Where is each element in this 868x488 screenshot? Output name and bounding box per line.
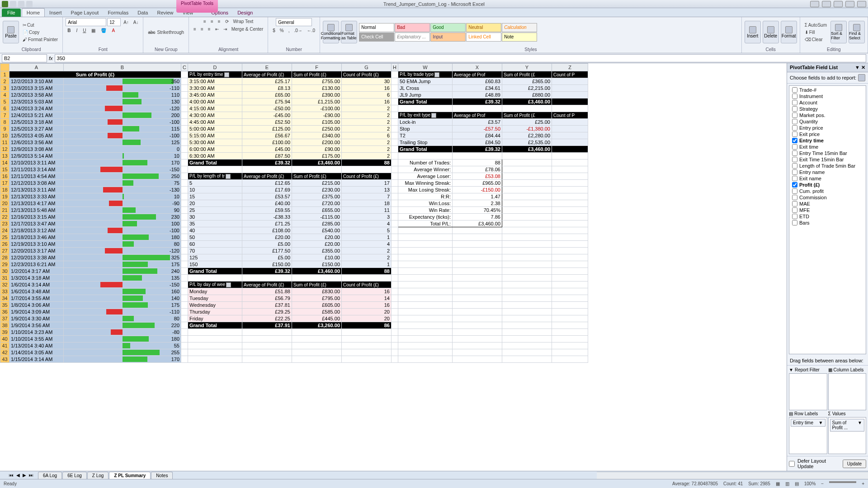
profit-bar-cell[interactable]: -80 <box>64 329 181 336</box>
date-cell[interactable]: 12/20/2013 3:17 AM <box>9 248 64 254</box>
style-normal[interactable]: Normal <box>359 23 394 32</box>
table-cell[interactable]: £22.25 <box>242 315 292 322</box>
currency-button[interactable]: $ <box>271 27 277 34</box>
table-cell[interactable]: £175.00 <box>292 153 342 160</box>
table-cell[interactable]: T2 <box>398 132 453 139</box>
zoom-out-button[interactable]: − <box>821 481 824 486</box>
increase-decimal-button[interactable]: .0→ <box>292 27 304 34</box>
table-cell[interactable]: 6:00:00 AM <box>188 146 242 153</box>
pivot-col-header[interactable]: Average of Prof <box>453 112 502 119</box>
date-cell[interactable]: 12/2/2013 3:10 AM <box>9 78 64 85</box>
pivot-entry-time-header[interactable]: P/L by entry time <box>188 71 242 78</box>
field-checkbox[interactable] <box>792 150 797 156</box>
row-header-18[interactable]: 18 <box>0 187 9 193</box>
field-list-close-icon[interactable]: ▼ ✕ <box>855 65 865 70</box>
row-header-11[interactable]: 11 <box>0 139 9 146</box>
percent-button[interactable]: % <box>278 27 286 34</box>
table-cell[interactable]: 6 <box>342 92 392 99</box>
row-header-39[interactable]: 39 <box>0 329 9 336</box>
pivot-col-header[interactable]: Average of Profit (£) <box>242 173 292 180</box>
date-cell[interactable]: 12/23/2013 6:21 AM <box>9 261 64 268</box>
row-header-10[interactable]: 10 <box>0 132 9 139</box>
row-header-22[interactable]: 22 <box>0 214 9 221</box>
row-header-23[interactable]: 23 <box>0 221 9 227</box>
table-cell[interactable]: 16 <box>342 99 392 105</box>
clear-button[interactable]: ⌫ Clear <box>803 36 829 43</box>
table-cell[interactable]: £84.44 <box>453 132 502 139</box>
conditional-formatting-button[interactable]: Conditional Formatting <box>323 21 339 43</box>
field-checkbox[interactable] <box>792 144 797 150</box>
style-neutral[interactable]: Neutral <box>466 23 501 32</box>
table-cell[interactable]: £20.00 <box>292 234 342 241</box>
col-header-B[interactable]: B <box>64 64 181 71</box>
paste-button[interactable]: Paste <box>3 21 19 43</box>
field-checkbox[interactable] <box>792 220 797 225</box>
sheet-tab-6e-log[interactable]: 6E Log <box>62 472 87 479</box>
field-etd[interactable]: ETD <box>792 213 863 220</box>
pivot-col-header[interactable]: Count of P <box>552 112 588 119</box>
date-cell[interactable]: 1/2/2014 3:17 AM <box>9 268 64 275</box>
row-header-25[interactable]: 25 <box>0 234 9 241</box>
table-cell[interactable]: Stop <box>398 126 453 132</box>
row-header-37[interactable]: 37 <box>0 315 9 322</box>
maximize-button[interactable] <box>845 1 854 7</box>
decrease-indent-button[interactable]: ⇤ <box>213 26 221 33</box>
orientation-button[interactable]: ⟳ <box>223 18 231 25</box>
update-button[interactable]: Update <box>843 460 866 468</box>
date-cell[interactable]: 12/12/2013 3:08 AM <box>9 180 64 187</box>
table-cell[interactable]: £720.00 <box>292 200 342 207</box>
table-cell[interactable]: Wednesday <box>188 302 242 309</box>
profit-bar-cell[interactable]: -120 <box>64 105 181 112</box>
table-cell[interactable] <box>552 139 588 146</box>
fill-button[interactable]: ⬇ Fill <box>803 29 829 36</box>
table-cell[interactable]: £53.57 <box>242 193 292 200</box>
row-header-13[interactable]: 13 <box>0 153 9 160</box>
field-trade--[interactable]: Trade-# <box>792 87 863 93</box>
fx-icon[interactable]: fx <box>49 56 53 61</box>
tab-nav-first[interactable]: ⏮ <box>9 473 14 478</box>
pivot-col-header[interactable]: Sum of Profit (£) <box>292 282 342 288</box>
table-cell[interactable]: £71.25 <box>242 221 292 227</box>
profit-bar-cell[interactable]: 220 <box>64 322 181 329</box>
row-header-14[interactable]: 14 <box>0 160 9 166</box>
table-cell[interactable]: 2 <box>342 146 392 153</box>
date-cell[interactable]: 12/5/2013 4:05 AM <box>9 132 64 139</box>
table-cell[interactable]: £215.00 <box>292 180 342 187</box>
profit-bar-cell[interactable]: 110 <box>64 92 181 99</box>
table-cell[interactable]: Lock-in <box>398 119 453 126</box>
table-cell[interactable]: -£50.00 <box>242 105 292 112</box>
profit-bar-cell[interactable]: 130 <box>64 99 181 105</box>
table-cell[interactable]: 6 <box>342 132 392 139</box>
table-cell[interactable]: -£38.33 <box>242 214 292 221</box>
field-length-of-trade-5min-bar[interactable]: Length of Trade 5min Bar <box>792 163 863 169</box>
pivot-col-header[interactable]: Count of Profit (£) <box>342 71 392 78</box>
field-strategy[interactable]: Strategy <box>792 106 863 112</box>
row-header-34[interactable]: 34 <box>0 295 9 302</box>
date-cell[interactable]: 1/9/2014 3:09 AM <box>9 309 64 315</box>
table-cell[interactable]: 15 <box>188 193 242 200</box>
minimize-ribbon-icon[interactable] <box>810 1 819 7</box>
table-cell[interactable]: £880.00 <box>502 92 552 99</box>
table-cell[interactable]: £2,280.00 <box>502 132 552 139</box>
row-header-6[interactable]: 6 <box>0 105 9 112</box>
date-cell[interactable]: 12/17/2013 3:47 AM <box>9 221 64 227</box>
table-cell[interactable]: £34.61 <box>453 85 502 92</box>
table-cell[interactable]: £2,535.00 <box>502 139 552 146</box>
date-cell[interactable]: 12/10/2013 3:11 AM <box>9 160 64 166</box>
field-checkbox[interactable] <box>792 113 797 118</box>
table-cell[interactable]: -£45.00 <box>242 112 292 119</box>
format-painter-button[interactable]: 🖌 Format Painter <box>21 36 60 43</box>
table-cell[interactable]: 2 <box>342 139 392 146</box>
table-cell[interactable]: 14 <box>342 295 392 302</box>
table-cell[interactable]: £25.17 <box>242 78 292 85</box>
row-header-31[interactable]: 31 <box>0 275 9 282</box>
field-checkbox[interactable] <box>792 100 797 105</box>
table-cell[interactable]: 4 <box>342 221 392 227</box>
pivot-col-header[interactable]: Count of Profit (£) <box>342 173 392 180</box>
table-cell[interactable]: £40.00 <box>242 200 292 207</box>
table-cell[interactable]: £100.00 <box>242 139 292 146</box>
table-cell[interactable]: £51.88 <box>242 288 292 295</box>
date-cell[interactable]: 1/6/2014 3:48 AM <box>9 288 64 295</box>
align-top-button[interactable]: ≡ <box>202 18 208 25</box>
profit-bar-cell[interactable]: 175 <box>64 261 181 268</box>
